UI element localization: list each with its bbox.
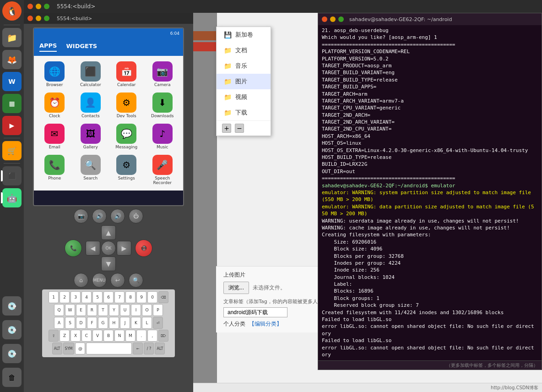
emulator-maximize-button[interactable] bbox=[44, 16, 49, 21]
kbd-period[interactable]: . bbox=[136, 330, 146, 342]
amazon-taskbar-icon[interactable]: 🛒 bbox=[2, 141, 22, 160]
app-messaging[interactable]: 💬 Messaging bbox=[109, 122, 144, 151]
writer-taskbar-icon[interactable]: W bbox=[2, 72, 22, 91]
maximize-button[interactable] bbox=[44, 4, 49, 9]
vol-down-btn[interactable]: 🔊 bbox=[92, 209, 107, 223]
menu-item-video[interactable]: 📁 视频 bbox=[217, 89, 271, 105]
trash-taskbar-icon[interactable]: 🗑 bbox=[2, 368, 22, 387]
kbd-at[interactable]: @ bbox=[75, 343, 85, 354]
kbd-del[interactable]: ⌦ bbox=[158, 330, 168, 342]
app-clock[interactable]: ⏰ Clock bbox=[38, 91, 72, 120]
dpad-right-btn[interactable]: ▶ bbox=[117, 241, 131, 256]
kbd-i[interactable]: I bbox=[131, 304, 141, 316]
tag-input[interactable] bbox=[223, 307, 287, 317]
menu-item-pictures[interactable]: 📁 图片 bbox=[217, 74, 271, 89]
kbd-t[interactable]: T bbox=[98, 304, 108, 316]
app-calendar[interactable]: 📅 Calendar bbox=[109, 60, 144, 89]
kbd-d[interactable]: D bbox=[76, 317, 86, 329]
app-settings[interactable]: ⚙ Settings bbox=[109, 153, 144, 187]
app-camera[interactable]: 📷 Camera bbox=[146, 60, 180, 89]
kbd-b[interactable]: B bbox=[103, 330, 114, 342]
kbd-shift[interactable]: ⇧ bbox=[49, 330, 59, 342]
kbd-alt-left[interactable]: ALT bbox=[52, 343, 62, 354]
kbd-k[interactable]: K bbox=[131, 317, 141, 329]
search-btn[interactable]: 🔍 bbox=[129, 273, 143, 288]
kbd-9[interactable]: 9 bbox=[136, 291, 146, 303]
camera-control-btn[interactable]: 📷 bbox=[74, 209, 88, 223]
kbd-8[interactable]: 8 bbox=[125, 291, 136, 303]
terminal-close-btn[interactable] bbox=[322, 16, 327, 22]
menu-item-music[interactable]: 📁 音乐 bbox=[217, 58, 271, 74]
kbd-backspace[interactable]: ⌫ bbox=[158, 291, 168, 303]
hdd-taskbar-icon[interactable]: 💽 bbox=[2, 296, 22, 316]
ubuntu-logo-icon[interactable]: 🐧 bbox=[2, 1, 22, 21]
app-browser[interactable]: 🌐 Browser bbox=[38, 60, 72, 89]
kbd-comma[interactable]: , bbox=[147, 330, 157, 342]
dpad-up-btn[interactable]: ▲ bbox=[101, 225, 116, 240]
kbd-c[interactable]: C bbox=[81, 330, 92, 342]
app-email[interactable]: ✉ Email bbox=[38, 122, 72, 151]
kbd-3[interactable]: 3 bbox=[70, 291, 81, 303]
power-btn[interactable]: ⏻ bbox=[129, 209, 143, 223]
menu-btn[interactable]: MENU bbox=[92, 273, 107, 288]
terminal-maximize-btn[interactable] bbox=[338, 16, 344, 22]
kbd-g[interactable]: G bbox=[98, 317, 108, 329]
terminal-taskbar-icon[interactable]: ⬛ bbox=[2, 166, 22, 185]
browse-button[interactable]: 浏览... bbox=[223, 282, 249, 294]
kbd-q[interactable]: Q bbox=[54, 304, 64, 316]
kbd-arrow[interactable]: ← bbox=[133, 343, 143, 354]
kbd-j[interactable]: J bbox=[120, 317, 130, 329]
call-green-btn[interactable]: 📞 bbox=[65, 240, 82, 257]
android-tab-widgets[interactable]: WIDGETS bbox=[66, 43, 97, 51]
app-contacts[interactable]: 👤 Contacts bbox=[74, 91, 108, 120]
kbd-o[interactable]: O bbox=[142, 304, 152, 316]
android-taskbar-icon[interactable]: 🤖 bbox=[2, 188, 22, 207]
back-btn[interactable]: ↩ bbox=[110, 273, 125, 288]
category-link[interactable]: 【编辑分类】 bbox=[249, 320, 282, 328]
kbd-7[interactable]: 7 bbox=[114, 291, 125, 303]
firefox-taskbar-icon[interactable]: 🦊 bbox=[2, 50, 22, 69]
android-tab-apps[interactable]: APPS bbox=[39, 42, 57, 52]
kbd-0[interactable]: 0 bbox=[147, 291, 157, 303]
kbd-y[interactable]: Y bbox=[109, 304, 119, 316]
kbd-w[interactable]: W bbox=[65, 304, 75, 316]
app-calculator[interactable]: ⬛ Calculator bbox=[74, 60, 108, 89]
kbd-h[interactable]: H bbox=[109, 317, 119, 329]
kbd-s[interactable]: S bbox=[65, 317, 75, 329]
emulator-minimize-button[interactable] bbox=[36, 16, 41, 21]
app-music[interactable]: ♪ Music bbox=[146, 122, 180, 151]
hdd3-taskbar-icon[interactable]: 💽 bbox=[2, 344, 22, 363]
kbd-f[interactable]: F bbox=[87, 317, 97, 329]
call-end-btn[interactable]: 📵 bbox=[135, 240, 152, 257]
kbd-l[interactable]: L bbox=[142, 317, 152, 329]
impress-taskbar-icon[interactable]: ▶ bbox=[2, 116, 22, 135]
home-btn[interactable]: ⌂ bbox=[74, 273, 88, 288]
kbd-n[interactable]: N bbox=[114, 330, 125, 342]
kbd-1[interactable]: 1 bbox=[49, 291, 59, 303]
dpad-left-btn[interactable]: ◀ bbox=[86, 241, 100, 256]
app-gallery[interactable]: 🖼 Gallery bbox=[74, 122, 108, 151]
terminal-minimize-btn[interactable] bbox=[330, 16, 336, 22]
kbd-space[interactable] bbox=[86, 343, 132, 354]
minimize-button[interactable] bbox=[36, 4, 41, 9]
kbd-6[interactable]: 6 bbox=[103, 291, 114, 303]
kbd-z[interactable]: Z bbox=[60, 330, 70, 342]
close-button[interactable] bbox=[27, 4, 33, 9]
menu-item-new-vol[interactable]: 💾 新加卷 bbox=[217, 27, 271, 43]
dpad-down-btn[interactable]: ▼ bbox=[101, 256, 116, 271]
kbd-sym[interactable]: SYM bbox=[63, 343, 75, 354]
kbd-5[interactable]: 5 bbox=[92, 291, 103, 303]
app-downloads[interactable]: ⬇ Downloads bbox=[146, 91, 180, 120]
kbd-v[interactable]: V bbox=[92, 330, 103, 342]
kbd-r[interactable]: R bbox=[87, 304, 97, 316]
kbd-m[interactable]: M bbox=[125, 330, 136, 342]
terminal-content[interactable]: 21. aosp_deb-userdebugWhich would you li… bbox=[318, 25, 542, 360]
menu-item-download[interactable]: 📁 下载 bbox=[217, 105, 271, 120]
kbd-alt-right[interactable]: ALT bbox=[155, 343, 165, 354]
kbd-slash[interactable]: / ? bbox=[144, 343, 154, 354]
kbd-2[interactable]: 2 bbox=[60, 291, 70, 303]
kbd-u[interactable]: U bbox=[120, 304, 130, 316]
kbd-enter[interactable]: ⏎ bbox=[153, 317, 163, 329]
emulator-close-button[interactable] bbox=[27, 16, 33, 21]
dropdown-remove-btn[interactable]: − bbox=[235, 124, 244, 133]
